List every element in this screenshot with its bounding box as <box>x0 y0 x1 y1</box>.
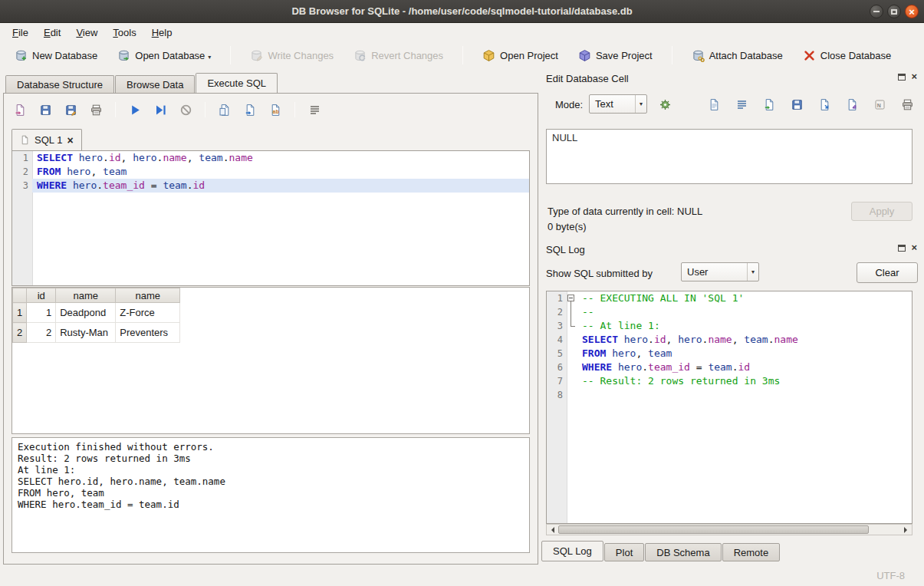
submitter-select[interactable]: User ▾ <box>681 262 759 281</box>
float-dock-icon[interactable] <box>898 74 906 81</box>
left-panel: Database StructureBrowse DataExecute SQL… <box>3 73 538 565</box>
code-text: -- EXECUTING ALL IN 'SQL 1' <box>577 291 912 305</box>
fold-margin <box>567 360 577 374</box>
clear-button[interactable]: Clear <box>857 262 918 283</box>
results-table: idnamename11DeadpondZ-Force22Rusty-ManPr… <box>12 288 180 343</box>
tab-sql-1[interactable]: SQL 1 × <box>12 129 82 150</box>
menu-view[interactable]: View <box>68 25 105 41</box>
mode-gear-icon[interactable] <box>656 96 673 113</box>
table-cell[interactable]: Rusty-Man <box>56 323 116 343</box>
close-button[interactable]: × <box>905 5 919 18</box>
chevron-down-icon[interactable]: ▾ <box>208 54 211 62</box>
write-changes-label: Write Changes <box>268 50 334 61</box>
scroll-left-button[interactable] <box>547 525 558 535</box>
window-controls: × <box>870 0 919 23</box>
table-cell[interactable]: 2 <box>27 323 56 343</box>
write-changes-button[interactable]: Write Changes <box>243 45 340 66</box>
line-number: 8 <box>547 388 567 402</box>
open-file-icon[interactable] <box>761 96 778 113</box>
cell-value-editor[interactable]: NULL <box>546 129 912 184</box>
maximize-button[interactable] <box>887 5 901 18</box>
mode-select[interactable]: Text ▾ <box>589 94 647 114</box>
open-in-editor-icon[interactable] <box>705 96 722 113</box>
db-open-icon <box>117 49 130 62</box>
attach-database-button[interactable]: Attach Database <box>685 45 790 66</box>
sql-log-view[interactable]: 1-- EXECUTING ALL IN 'SQL 1'2--3-- At li… <box>546 291 912 524</box>
toolbar-separator <box>205 102 206 117</box>
close-dock-icon[interactable]: × <box>911 244 917 252</box>
svg-text:N: N <box>876 102 880 107</box>
menu-help[interactable]: Help <box>144 25 180 41</box>
tab-execute-sql[interactable]: Execute SQL <box>196 73 278 93</box>
set-null-icon[interactable]: N <box>871 96 888 113</box>
sql-log-title: SQL Log <box>546 244 585 255</box>
mode-value: Text <box>595 98 629 110</box>
revert-changes-button[interactable]: Revert Changes <box>347 45 450 66</box>
dock-tab-sql-log[interactable]: SQL Log <box>541 541 603 561</box>
export-icon[interactable] <box>843 96 860 113</box>
toolbar-separator <box>115 102 116 117</box>
tab-browse-data[interactable]: Browse Data <box>115 75 195 93</box>
execute-current-line-icon[interactable] <box>152 101 169 118</box>
find-replace-icon[interactable]: ab <box>267 101 284 118</box>
dock-tab-remote[interactable]: Remote <box>722 543 781 561</box>
column-header-name[interactable]: name <box>116 288 180 303</box>
code-text: -- At line 1: <box>577 319 912 333</box>
scroll-thumb[interactable] <box>558 525 869 534</box>
table-cell[interactable]: 1 <box>27 303 56 323</box>
row-header[interactable]: 1 <box>13 303 27 323</box>
close-database-label: Close Database <box>820 50 892 61</box>
encoding-indicator: UTF-8 <box>876 570 905 581</box>
menu-edit[interactable]: Edit <box>36 25 68 41</box>
row-header[interactable]: 2 <box>13 323 27 343</box>
open-database-button[interactable]: Open Database▾ <box>110 45 218 66</box>
tab-database-structure[interactable]: Database Structure <box>5 75 114 93</box>
new-database-button[interactable]: New Database <box>8 45 104 66</box>
right-panel: Edit Database Cell × Mode: Text ▾ N NULL… <box>541 71 919 566</box>
stop-icon[interactable] <box>177 101 194 118</box>
float-dock-icon[interactable] <box>898 245 906 252</box>
close-dock-icon[interactable]: × <box>911 73 917 81</box>
duplicate-tab-icon[interactable] <box>216 101 233 118</box>
fold-margin <box>567 388 577 402</box>
dock-tab-plot[interactable]: Plot <box>604 543 644 561</box>
minimize-button[interactable] <box>870 5 883 18</box>
table-cell[interactable]: Z-Force <box>116 303 180 323</box>
table-cell[interactable]: Preventers <box>116 323 180 343</box>
print-icon[interactable] <box>87 101 104 118</box>
import-icon[interactable] <box>816 96 833 113</box>
corner-header[interactable] <box>13 288 27 303</box>
horizontal-scrollbar[interactable] <box>546 524 912 535</box>
scroll-right-button[interactable] <box>900 525 912 535</box>
close-tab-icon[interactable]: × <box>67 136 73 145</box>
print-icon[interactable] <box>899 96 916 113</box>
dock-tab-db-schema[interactable]: DB Schema <box>645 543 721 561</box>
save-sql-file-icon[interactable] <box>37 101 54 118</box>
open-project-button[interactable]: Open Project <box>475 45 565 66</box>
column-header-name[interactable]: name <box>56 288 116 303</box>
code-text: WHERE hero.team_id = team.id <box>577 360 912 374</box>
table-cell[interactable]: Deadpond <box>56 303 116 323</box>
close-database-button[interactable]: Close Database <box>796 45 899 66</box>
code-text <box>577 388 912 402</box>
save-project-button[interactable]: Save Project <box>571 45 659 66</box>
menu-tools[interactable]: Tools <box>105 25 143 41</box>
fold-margin[interactable] <box>567 291 577 305</box>
column-header-id[interactable]: id <box>27 288 56 303</box>
sql-editor[interactable]: 1SELECT hero.id, hero.name, team.name2FR… <box>12 150 530 286</box>
menu-file[interactable]: File <box>5 25 36 41</box>
execute-all-icon[interactable] <box>127 101 143 118</box>
line-number: 4 <box>547 333 567 347</box>
table-row: 22Rusty-ManPreventers <box>13 323 180 343</box>
save-file-icon[interactable] <box>788 96 805 113</box>
apply-button[interactable]: Apply <box>851 202 912 221</box>
format-sql-icon[interactable] <box>306 101 323 118</box>
line-number: 1 <box>547 291 567 305</box>
open-sql-file-icon[interactable] <box>12 101 28 118</box>
word-wrap-icon[interactable] <box>733 96 750 113</box>
project-save-icon <box>578 49 591 62</box>
save-sql-as-icon[interactable] <box>62 101 79 118</box>
export-results-icon[interactable] <box>242 101 258 118</box>
fold-margin <box>567 347 577 360</box>
titlebar[interactable]: DB Browser for SQLite - /home/user/code/… <box>0 0 924 23</box>
